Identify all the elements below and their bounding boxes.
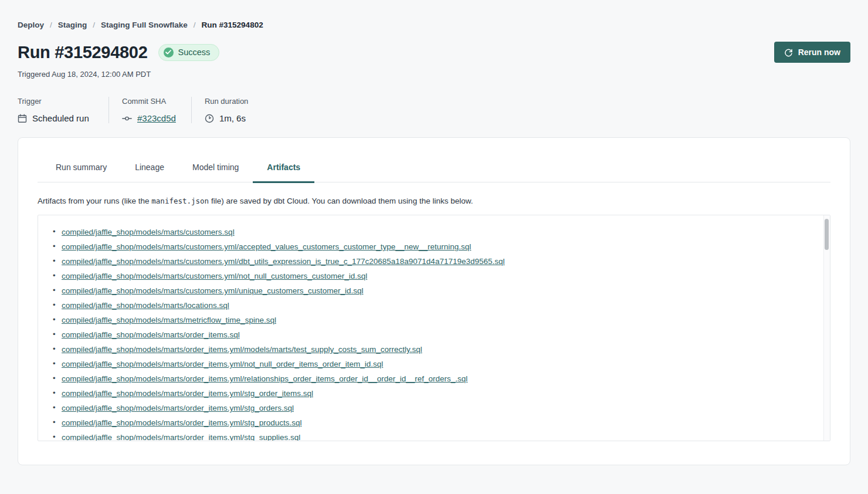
calendar-icon xyxy=(18,114,27,123)
tab-bar: Run summary Lineage Model timing Artifac… xyxy=(38,163,830,182)
artifact-list-item: compiled/jaffle_shop/models/marts/order_… xyxy=(62,342,818,357)
artifact-list-item: compiled/jaffle_shop/models/marts/order_… xyxy=(62,371,818,386)
status-badge-label: Success xyxy=(178,48,211,57)
breadcrumb-separator: / xyxy=(50,21,52,29)
artifact-link[interactable]: compiled/jaffle_shop/models/marts/order_… xyxy=(62,345,422,354)
trigger-label: Trigger xyxy=(18,97,93,106)
artifact-list: compiled/jaffle_shop/models/marts/custom… xyxy=(62,225,818,441)
header: Run #315294802 Success Rerun now xyxy=(18,42,850,63)
breadcrumb-separator: / xyxy=(93,21,95,29)
artifact-list-item: compiled/jaffle_shop/models/marts/order_… xyxy=(62,386,818,401)
artifact-list-item: compiled/jaffle_shop/models/marts/custom… xyxy=(62,239,818,254)
manifest-json-code: manifest.json xyxy=(151,197,209,205)
artifact-list-item: compiled/jaffle_shop/models/marts/order_… xyxy=(62,401,818,415)
artifact-list-item: compiled/jaffle_shop/models/marts/custom… xyxy=(62,254,818,269)
run-duration-label: Run duration xyxy=(205,97,248,106)
commit-icon xyxy=(122,115,132,122)
artifacts-description: Artifacts from your runs (like the manif… xyxy=(38,197,830,205)
rerun-now-button[interactable]: Rerun now xyxy=(774,42,850,63)
page-title: Run #315294802 xyxy=(18,43,148,62)
artifact-link[interactable]: compiled/jaffle_shop/models/marts/order_… xyxy=(62,404,294,412)
rerun-icon xyxy=(784,48,793,57)
artifact-list-item: compiled/jaffle_shop/models/marts/order_… xyxy=(62,327,818,342)
success-check-icon xyxy=(164,48,174,57)
status-badge: Success xyxy=(158,44,220,61)
artifact-link[interactable]: compiled/jaffle_shop/models/marts/order_… xyxy=(62,389,313,398)
artifact-list-item: compiled/jaffle_shop/models/marts/custom… xyxy=(62,283,818,298)
artifact-link[interactable]: compiled/jaffle_shop/models/marts/order_… xyxy=(62,330,240,339)
tab-lineage[interactable]: Lineage xyxy=(121,163,178,182)
artifact-link[interactable]: compiled/jaffle_shop/models/marts/order_… xyxy=(62,433,300,441)
commit-sha-label: Commit SHA xyxy=(122,97,176,106)
scrollbar-thumb[interactable] xyxy=(825,219,829,250)
tab-artifacts[interactable]: Artifacts xyxy=(253,163,314,182)
rerun-button-label: Rerun now xyxy=(798,48,840,57)
scrollbar-track[interactable] xyxy=(823,215,830,441)
breadcrumb-item-current-run: Run #315294802 xyxy=(202,21,263,29)
artifact-link[interactable]: compiled/jaffle_shop/models/marts/order_… xyxy=(62,360,383,368)
tab-run-summary[interactable]: Run summary xyxy=(42,163,121,182)
breadcrumb-item-staging[interactable]: Staging xyxy=(58,21,87,29)
artifact-link[interactable]: compiled/jaffle_shop/models/marts/metric… xyxy=(62,316,276,324)
artifact-link[interactable]: compiled/jaffle_shop/models/marts/custom… xyxy=(62,257,505,266)
artifact-link[interactable]: compiled/jaffle_shop/models/marts/order_… xyxy=(62,374,467,383)
breadcrumb: Deploy / Staging / Staging Full Snowflak… xyxy=(18,0,850,29)
artifact-link[interactable]: compiled/jaffle_shop/models/marts/order_… xyxy=(62,418,301,427)
run-duration-value: 1m, 6s xyxy=(219,113,246,123)
artifact-list-item: compiled/jaffle_shop/models/marts/locati… xyxy=(62,298,818,313)
meta-trigger: Trigger Scheduled run xyxy=(18,97,108,123)
meta-commit-sha: Commit SHA #323cd5d xyxy=(108,97,191,123)
artifact-list-item: compiled/jaffle_shop/models/marts/order_… xyxy=(62,357,818,371)
artifact-list-item: compiled/jaffle_shop/models/marts/order_… xyxy=(62,415,818,430)
artifact-link[interactable]: compiled/jaffle_shop/models/marts/custom… xyxy=(62,242,471,251)
artifact-link[interactable]: compiled/jaffle_shop/models/marts/locati… xyxy=(62,301,229,310)
tab-model-timing[interactable]: Model timing xyxy=(178,163,253,182)
artifact-list-item: compiled/jaffle_shop/models/marts/order_… xyxy=(62,430,818,441)
triggered-timestamp: Triggered Aug 18, 2024, 12:00 AM PDT xyxy=(18,70,850,79)
artifact-link[interactable]: compiled/jaffle_shop/models/marts/custom… xyxy=(62,272,367,280)
run-detail-card: Run summary Lineage Model timing Artifac… xyxy=(18,137,850,465)
breadcrumb-item-job[interactable]: Staging Full Snowflake xyxy=(101,21,188,29)
commit-sha-link[interactable]: #323cd5d xyxy=(137,113,176,123)
artifact-list-container: compiled/jaffle_shop/models/marts/custom… xyxy=(38,215,830,441)
artifact-list-item: compiled/jaffle_shop/models/marts/custom… xyxy=(62,225,818,239)
clock-icon xyxy=(205,114,214,123)
meta-run-duration: Run duration 1m, 6s xyxy=(191,97,263,123)
run-meta-row: Trigger Scheduled run Commit SHA #323cd5… xyxy=(18,97,850,123)
artifact-list-item: compiled/jaffle_shop/models/marts/metric… xyxy=(62,313,818,327)
artifact-link[interactable]: compiled/jaffle_shop/models/marts/custom… xyxy=(62,286,363,295)
breadcrumb-separator: / xyxy=(194,21,196,29)
trigger-value: Scheduled run xyxy=(32,113,89,123)
artifact-link[interactable]: compiled/jaffle_shop/models/marts/custom… xyxy=(62,228,235,236)
breadcrumb-item-deploy[interactable]: Deploy xyxy=(18,21,44,29)
artifact-list-item: compiled/jaffle_shop/models/marts/custom… xyxy=(62,269,818,283)
run-detail-page: Deploy / Staging / Staging Full Snowflak… xyxy=(0,0,868,465)
